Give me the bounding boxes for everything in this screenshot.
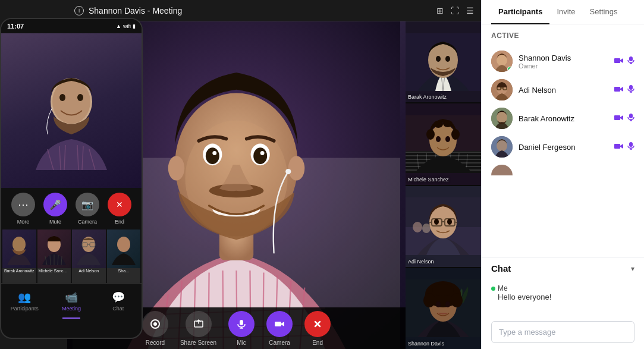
mic-label: Mic xyxy=(237,339,246,346)
expand-icon[interactable]: ⛶ xyxy=(451,6,459,15)
participant-item-partial xyxy=(491,161,634,179)
mobile-main-face xyxy=(12,51,131,170)
nav-indicator xyxy=(62,317,80,319)
tab-participants[interactable]: Participants xyxy=(491,0,549,24)
svg-point-33 xyxy=(426,129,435,140)
svg-rect-91 xyxy=(614,144,620,149)
mute-label: Mute xyxy=(49,219,61,225)
side-thumb-michele[interactable]: Michele Sanchez xyxy=(406,103,481,184)
participant-item-daniel: Daniel Fergeson xyxy=(491,133,634,161)
svg-point-10 xyxy=(117,237,130,252)
chat-nav-label: Chat xyxy=(112,306,124,312)
barak-thumb-name: Barak Aronowitz xyxy=(3,268,36,273)
participant-item-barak: Barak Aronowitz xyxy=(491,104,634,133)
adi-side-face xyxy=(406,197,481,255)
end-label: End xyxy=(115,219,124,225)
meeting-nav-icon: 📹 xyxy=(65,291,78,304)
svg-rect-71 xyxy=(629,56,633,61)
video-svg-adi xyxy=(614,86,624,93)
avatar-partial xyxy=(491,165,513,175)
active-label: Active xyxy=(491,32,634,40)
end-call-icon xyxy=(312,319,323,329)
barak-side-name: Barak Aronowitz xyxy=(408,94,447,100)
info-icon: i xyxy=(74,6,84,15)
menu-icon[interactable]: ☰ xyxy=(466,6,474,15)
mic-icon-adi xyxy=(627,85,634,95)
svg-point-34 xyxy=(451,129,460,140)
mic-button[interactable]: Mic xyxy=(228,311,255,346)
side-thumb-barak[interactable]: Barak Aronowitz xyxy=(406,21,481,102)
chat-input[interactable] xyxy=(491,321,634,343)
camera-circle xyxy=(266,311,293,337)
record-icon xyxy=(150,319,161,329)
camera-label: Camera xyxy=(78,219,97,225)
status-dot-shannon xyxy=(507,67,512,71)
michele-thumb-face xyxy=(39,232,69,265)
video-svg-shannon xyxy=(614,57,624,64)
michele-side-name: Michele Sanchez xyxy=(408,177,449,183)
meeting-header-icons: ⊞ ⛶ ☰ xyxy=(436,6,474,15)
mobile-nav-chat[interactable]: 💬 Chat xyxy=(95,284,142,319)
svg-point-42 xyxy=(422,224,431,233)
camera-button[interactable]: Camera xyxy=(266,311,293,346)
mobile-nav-meeting[interactable]: 📹 Meeting xyxy=(48,284,95,319)
svg-point-3 xyxy=(77,94,83,101)
mobile-thumb-shannon[interactable]: Sha... xyxy=(107,229,141,283)
svg-point-57 xyxy=(436,301,441,307)
svg-point-24 xyxy=(288,156,305,180)
svg-point-23 xyxy=(168,156,185,180)
mobile-thumb-michele[interactable]: Michele Sanchez xyxy=(37,229,71,283)
video-icon-adi xyxy=(614,85,624,95)
tab-settings[interactable]: Settings xyxy=(583,0,625,24)
record-label: Record xyxy=(146,339,165,346)
side-thumb-shannon[interactable]: Shannon Davis xyxy=(406,268,481,349)
participant-icons-daniel xyxy=(614,142,634,152)
video-icon-barak xyxy=(614,114,624,123)
share-screen-label: Share Screen xyxy=(180,339,216,346)
avatar-img-adi xyxy=(491,79,513,100)
chat-message-me: Me Hello everyone! xyxy=(491,284,634,301)
mic-svg-daniel xyxy=(627,142,634,150)
participant-name-daniel: Daniel Fergeson xyxy=(519,143,608,152)
michele-side-face xyxy=(406,115,481,173)
share-screen-button[interactable]: Share Screen xyxy=(180,311,216,346)
share-screen-icon xyxy=(193,319,204,329)
video-icon-shannon xyxy=(614,56,624,66)
daniel-avatar-face xyxy=(491,136,513,158)
mobile-end-button[interactable]: ✕ End xyxy=(108,193,131,225)
mic-svg-adi xyxy=(627,85,634,93)
mobile-controls: ⋯ More 🎤 Mute 📷 Camera ✕ End xyxy=(1,188,142,229)
tab-invite[interactable]: Invite xyxy=(549,0,582,24)
end-icon: ✕ xyxy=(116,200,123,209)
svg-point-54 xyxy=(423,293,435,307)
mobile-more-button[interactable]: ⋯ More xyxy=(11,193,35,225)
chat-message-text: Hello everyone! xyxy=(491,293,634,301)
chat-header[interactable]: Chat ▾ xyxy=(482,257,644,279)
svg-rect-92 xyxy=(629,142,633,147)
video-svg-daniel xyxy=(614,143,624,150)
svg-point-28 xyxy=(436,56,441,62)
mobile-camera-button[interactable]: 📷 Camera xyxy=(76,193,99,225)
grid-view-icon[interactable]: ⊞ xyxy=(436,6,444,15)
record-button[interactable]: Record xyxy=(142,311,168,346)
mobile-bottom-nav: 👥 Participants 📹 Meeting 💬 Chat xyxy=(1,283,142,319)
avatar-adi xyxy=(491,79,513,100)
side-thumb-adi[interactable]: Adi Nelson xyxy=(406,186,481,267)
camera-ctrl-icon xyxy=(274,319,285,329)
svg-point-1 xyxy=(52,80,90,124)
mobile-thumb-adi[interactable]: Adi Nelson xyxy=(72,229,106,283)
mobile-thumb-barak[interactable]: Barak Aronowitz xyxy=(2,229,36,283)
mobile-nav-participants[interactable]: 👥 Participants xyxy=(1,284,48,319)
battery-icon: ▮ xyxy=(133,23,136,29)
participant-role-shannon: Owner xyxy=(519,62,608,70)
end-call-button[interactable]: End xyxy=(304,311,331,346)
svg-point-56 xyxy=(432,284,454,296)
side-thumbnails: Barak Aronowitz xyxy=(406,21,481,349)
participant-item-adi: Adi Nelson xyxy=(491,76,634,104)
mobile-mute-button[interactable]: 🎤 Mute xyxy=(43,193,67,225)
svg-rect-62 xyxy=(240,320,243,325)
chevron-down-icon: ▾ xyxy=(631,265,634,273)
participant-info-adi: Adi Nelson xyxy=(519,86,608,95)
mobile-time: 11:07 xyxy=(7,23,24,30)
svg-point-49 xyxy=(434,219,439,225)
